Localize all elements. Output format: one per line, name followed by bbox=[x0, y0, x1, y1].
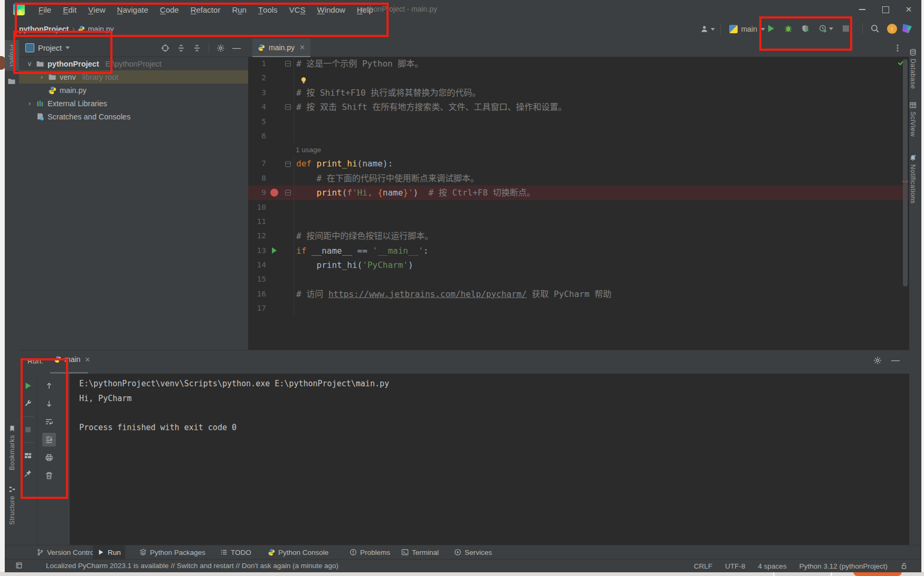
menu-navigate[interactable]: Navigate bbox=[112, 0, 154, 20]
toolwindow-button-python-packages[interactable]: Python Packages bbox=[135, 545, 210, 559]
editor-scrollbar[interactable] bbox=[903, 59, 908, 286]
code-line-6[interactable]: 6 bbox=[248, 129, 909, 143]
tree-item-scratches-and-consoles[interactable]: Scratches and Consoles bbox=[19, 110, 248, 123]
tab-close-icon[interactable]: ✕ bbox=[84, 356, 90, 364]
minimize-button[interactable] bbox=[851, 1, 874, 18]
debug-button[interactable] bbox=[781, 22, 795, 35]
soft-wrap-button[interactable] bbox=[42, 415, 56, 429]
project-panel-header[interactable]: Project — bbox=[19, 39, 248, 57]
code-line-11[interactable]: 11 bbox=[248, 215, 909, 229]
menu-tools[interactable]: Tools bbox=[253, 0, 283, 20]
code-line-5[interactable]: 5 bbox=[248, 115, 909, 129]
editor-tab-main-py[interactable]: main.py ✕ bbox=[252, 39, 310, 57]
expand-all-icon[interactable] bbox=[177, 44, 185, 52]
breakpoint-icon[interactable] bbox=[266, 185, 282, 200]
status-item-crlf[interactable]: CRLF bbox=[694, 562, 712, 570]
stripe-tab-bookmarks[interactable]: Bookmarks bbox=[5, 425, 19, 470]
code-line-10[interactable]: 10 bbox=[248, 200, 909, 215]
menu-file[interactable]: File bbox=[33, 0, 56, 20]
code-line-15[interactable]: 15 bbox=[248, 272, 909, 286]
code-line-9[interactable]: 9 print(f'Hi, {name}') # 按 Ctrl+F8 切换断点。 bbox=[248, 185, 909, 200]
status-message[interactable]: Localized PyCharm 2023.1 is available //… bbox=[46, 562, 338, 570]
usage-inlay[interactable]: 1 usage bbox=[248, 143, 909, 156]
down-stack-trace-button[interactable] bbox=[42, 397, 56, 411]
menu-edit[interactable]: Edit bbox=[58, 0, 82, 20]
code-line-2[interactable]: 2 bbox=[248, 71, 909, 85]
chevron-right-icon[interactable]: › bbox=[39, 73, 45, 81]
chevron-right-icon[interactable]: › bbox=[26, 99, 33, 107]
toolwindow-button-terminal[interactable]: Terminal bbox=[397, 545, 443, 559]
maximize-button[interactable] bbox=[874, 1, 897, 18]
code-line-7[interactable]: 7def print_hi(name): bbox=[248, 156, 909, 171]
close-button[interactable]: ✕ bbox=[897, 1, 920, 18]
tab-close-icon[interactable]: ✕ bbox=[299, 43, 305, 51]
run-console-output[interactable]: E:\pythonProject\venv\Scripts\python.exe… bbox=[70, 374, 909, 545]
rerun-button[interactable] bbox=[21, 379, 35, 393]
scroll-to-end-button[interactable] bbox=[42, 433, 56, 447]
menu-vcs[interactable]: VCS bbox=[284, 0, 311, 20]
editor-options-kebab-icon[interactable] bbox=[893, 44, 902, 52]
status-item-utf-8[interactable]: UTF-8 bbox=[725, 562, 745, 570]
run-line-icon[interactable] bbox=[266, 244, 282, 258]
search-everywhere-button[interactable] bbox=[868, 22, 882, 35]
code-line-3[interactable]: 3# 按 Shift+F10 执行或将其替换为您的代码。 bbox=[248, 86, 909, 100]
pin-tab-button[interactable] bbox=[21, 467, 35, 480]
edit-configuration-button[interactable] bbox=[21, 397, 35, 411]
toolwindow-button-run[interactable]: Run bbox=[93, 545, 125, 559]
gear-icon[interactable] bbox=[216, 44, 225, 52]
menu-view[interactable]: View bbox=[83, 0, 111, 20]
tree-item-venv[interactable]: ›venvlibrary root bbox=[19, 70, 248, 83]
tree-item-pythonproject[interactable]: ∨pythonProjectE:\pythonProject bbox=[19, 57, 248, 70]
update-available-icon[interactable]: ↑ bbox=[887, 24, 897, 34]
profile-button[interactable] bbox=[700, 25, 715, 33]
up-stack-trace-button[interactable] bbox=[42, 379, 56, 393]
code-line-8[interactable]: 8 # 在下面的代码行中使用断点来调试脚本。 bbox=[248, 171, 909, 185]
code-line-1[interactable]: 1# 这是一个示例 Python 脚本。 bbox=[248, 57, 909, 71]
code-line-13[interactable]: 13if __name__ == '__main__': bbox=[248, 244, 909, 258]
tree-item-main-py[interactable]: main.py bbox=[19, 83, 248, 97]
run-with-coverage-button[interactable] bbox=[799, 22, 813, 35]
toolwindow-button-version-control[interactable]: Version Control bbox=[32, 545, 100, 559]
toolwindow-button-python-console[interactable]: Python Console bbox=[263, 545, 333, 559]
code-line-12[interactable]: 12# 按间距中的绿色按钮以运行脚本。 bbox=[248, 229, 909, 243]
tool-window-switcher-icon[interactable] bbox=[15, 562, 23, 571]
run-button[interactable] bbox=[764, 22, 778, 35]
breadcrumb-file[interactable]: main.py bbox=[88, 25, 114, 33]
stripe-tab-structure[interactable]: Structure bbox=[5, 486, 19, 525]
menu-code[interactable]: Code bbox=[155, 0, 184, 20]
print-button[interactable] bbox=[42, 451, 56, 464]
chevron-down-icon[interactable]: ∨ bbox=[26, 60, 33, 68]
unlock-icon[interactable] bbox=[900, 562, 908, 570]
commit-folder-icon[interactable] bbox=[7, 77, 16, 88]
locate-file-icon[interactable] bbox=[161, 44, 169, 52]
fold-marker-icon[interactable] bbox=[282, 100, 294, 114]
toolwindow-button-problems[interactable]: Problems bbox=[345, 545, 394, 559]
toolwindow-button-todo[interactable]: TODO bbox=[216, 545, 256, 559]
run-configuration-select[interactable]: main bbox=[726, 22, 768, 36]
code-line-17[interactable]: 17 bbox=[248, 301, 909, 315]
fold-marker-icon[interactable] bbox=[282, 185, 294, 200]
code-line-14[interactable]: 14 print_hi('PyCharm') bbox=[248, 258, 909, 272]
code-editor[interactable]: 1# 这是一个示例 Python 脚本。23# 按 Shift+F10 执行或将… bbox=[248, 57, 909, 350]
fold-marker-icon[interactable] bbox=[282, 57, 294, 71]
gradient-logo-icon[interactable] bbox=[902, 24, 912, 33]
code-line-16[interactable]: 16# 访问 https://www.jetbrains.com/help/py… bbox=[248, 287, 909, 301]
hide-panel-icon[interactable]: — bbox=[232, 43, 241, 53]
breadcrumb-project[interactable]: pythonProject bbox=[19, 25, 69, 33]
gear-icon[interactable] bbox=[873, 356, 882, 365]
stripe-tab-project[interactable]: Project bbox=[5, 40, 19, 71]
toolwindow-button-services[interactable]: Services bbox=[450, 545, 496, 559]
restore-layout-button[interactable] bbox=[21, 449, 35, 462]
menu-window[interactable]: Window bbox=[312, 0, 350, 20]
status-item-python-3-12-pythonproject-[interactable]: Python 3.12 (pythonProject) bbox=[799, 562, 888, 570]
hide-panel-icon[interactable]: — bbox=[891, 356, 900, 365]
code-line-4[interactable]: 4# 按 双击 Shift 在所有地方搜索类、文件、工具窗口、操作和设置。 bbox=[248, 100, 909, 114]
collapse-all-icon[interactable] bbox=[193, 44, 201, 52]
profiler-button[interactable] bbox=[816, 22, 835, 35]
menu-run[interactable]: Run bbox=[227, 0, 252, 20]
menu-refactor[interactable]: Refactor bbox=[185, 0, 226, 20]
clear-all-button[interactable] bbox=[42, 469, 56, 482]
status-item-4-spaces[interactable]: 4 spaces bbox=[758, 562, 787, 570]
fold-marker-icon[interactable] bbox=[282, 156, 294, 171]
run-tab-main[interactable]: main ✕ bbox=[54, 355, 90, 364]
